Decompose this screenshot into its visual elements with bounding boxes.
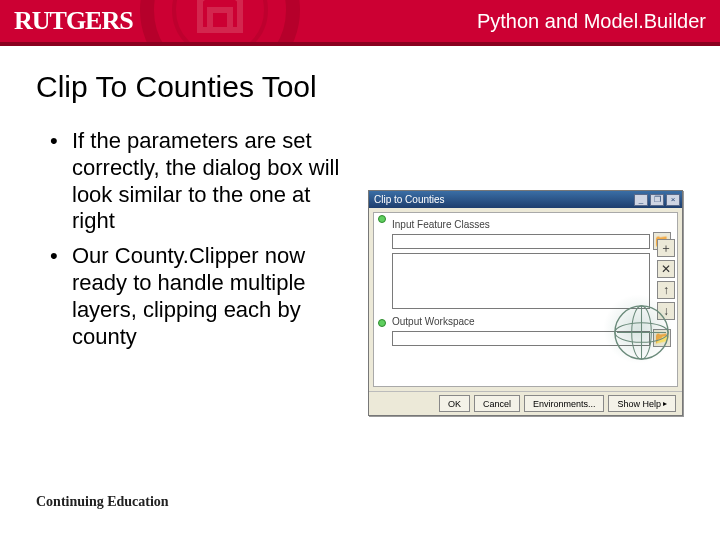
cancel-button[interactable]: Cancel	[474, 395, 520, 412]
slide-title: Clip To Counties Tool	[36, 70, 317, 104]
dialog-footer: OK Cancel Environments... Show Help	[369, 391, 682, 415]
tool-dialog: Clip to Counties _ ❐ × Input Feature Cla…	[368, 190, 683, 416]
brand-logo: RUTGERS	[14, 6, 133, 36]
bullet-item: If the parameters are set correctly, the…	[50, 128, 340, 235]
dialog-body: Input Feature Classes 📂 ＋ ✕ ↑ ↓ Output W…	[373, 212, 678, 387]
window-controls: _ ❐ ×	[634, 194, 680, 206]
svg-point-0	[174, 0, 266, 46]
slide-header: RUTGERS Python and Model.Builder	[0, 0, 720, 46]
minimize-button[interactable]: _	[634, 194, 648, 206]
dialog-title-text: Clip to Counties	[374, 194, 445, 205]
maximize-button[interactable]: ❐	[650, 194, 664, 206]
remove-button[interactable]: ✕	[657, 260, 675, 278]
bullet-list: If the parameters are set correctly, the…	[50, 128, 340, 359]
input-features-label: Input Feature Classes	[392, 219, 671, 230]
seal-watermark	[140, 0, 300, 46]
input-feature-path-field[interactable]	[392, 234, 650, 249]
seal-icon	[170, 0, 270, 46]
add-button[interactable]: ＋	[657, 239, 675, 257]
show-help-button[interactable]: Show Help	[608, 395, 676, 412]
course-title: Python and Model.Builder	[477, 10, 706, 33]
required-marker-icon	[378, 215, 386, 223]
ok-button[interactable]: OK	[439, 395, 470, 412]
globe-icon	[603, 294, 673, 364]
environments-button[interactable]: Environments...	[524, 395, 605, 412]
required-marker-icon	[378, 319, 386, 327]
close-button[interactable]: ×	[666, 194, 680, 206]
footer-text: Continuing Education	[36, 494, 169, 510]
globe-watermark	[603, 294, 673, 364]
bullet-item: Our County.Clipper now ready to handle m…	[50, 243, 340, 350]
dialog-titlebar[interactable]: Clip to Counties _ ❐ ×	[369, 191, 682, 208]
